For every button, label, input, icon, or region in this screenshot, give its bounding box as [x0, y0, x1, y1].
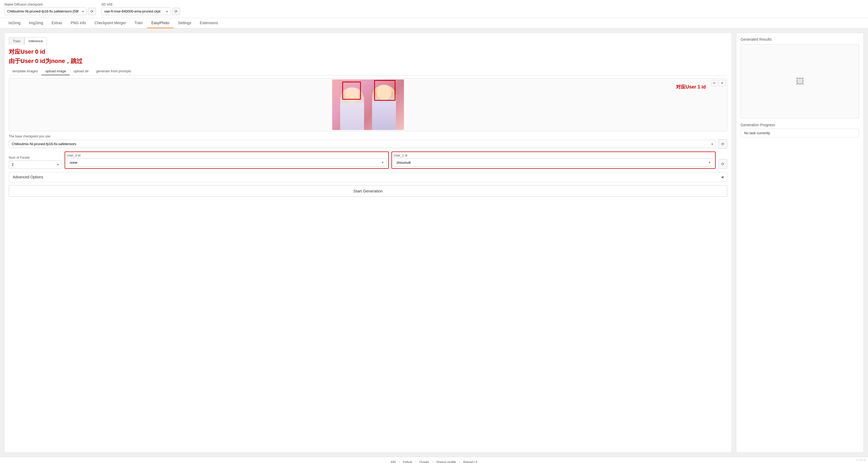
generation-progress-title: Generation Progress: [741, 123, 859, 127]
footer-link-github[interactable]: Github: [403, 460, 412, 463]
photo-background: [332, 79, 404, 130]
advanced-options-section: Advanced Options ◀: [9, 172, 727, 182]
image-placeholder-icon: 🖼: [796, 76, 804, 87]
faceid-row: Num of Faceid 2 1 3 4 User_0 id: [9, 152, 727, 169]
edit-image-btn[interactable]: ✏: [711, 80, 718, 86]
user0-label: User_0 id: [67, 154, 387, 157]
annotation-user1: 对应User 1 id: [676, 84, 706, 90]
num-faceid-label: Num of Faceid: [9, 156, 62, 160]
sub-tab-upload[interactable]: upload image: [41, 67, 70, 75]
footer-links: API • Github • Gradio • Startup profile …: [3, 460, 865, 463]
user1-col: User_1 id zhoumu6 none: [392, 152, 716, 169]
main-content: Train Inference 对应User 0 id 由于User 0 id为…: [0, 28, 868, 457]
tab-img2img[interactable]: img2img: [25, 18, 47, 28]
vae-label: SD VAE: [101, 3, 180, 6]
num-faceid-wrapper: 2 1 3 4: [9, 161, 62, 169]
footer-link-gradio[interactable]: Gradio: [420, 460, 429, 463]
settings-section: The base checkpoint you use. Chilloutmix…: [9, 134, 727, 169]
footer: API • Github • Gradio • Startup profile …: [0, 457, 868, 463]
base-checkpoint-row: The base checkpoint you use. Chilloutmix…: [9, 134, 727, 149]
annotation-user1-area: 对应User 1 id: [676, 84, 706, 90]
inner-tab-train[interactable]: Train: [9, 37, 25, 45]
uploaded-image: [332, 79, 404, 130]
tab-settings[interactable]: Settings: [174, 18, 196, 28]
advanced-options-label: Advanced Options: [13, 175, 43, 179]
num-faceid-select[interactable]: 2 1 3 4: [9, 161, 62, 169]
generated-results-title: Generated Results: [741, 37, 859, 41]
face-box-user1: [374, 80, 396, 101]
vae-row: vae-ft-mse-840000-ema-pruned.ckpt ⟳: [101, 7, 180, 15]
sub-tab-generate-prompts[interactable]: generate from prompts: [93, 67, 135, 75]
vae-dropdown-wrapper: vae-ft-mse-840000-ema-pruned.ckpt: [101, 7, 170, 15]
checkpoint-dropdown-wrapper: Chilloutmix-Ni-pruned-fp16-fix.safetenso…: [4, 7, 86, 15]
image-actions: ✏ ✕: [711, 80, 725, 86]
num-faceid-col: Num of Faceid 2 1 3 4: [9, 156, 62, 169]
sub-tab-template[interactable]: template images: [9, 67, 41, 75]
inner-tab-inference[interactable]: Inference: [25, 37, 47, 45]
checkpoint-label: Stable Diffusion checkpoint: [4, 3, 96, 6]
annotation-user0: 对应User 0 id: [9, 48, 45, 55]
tab-train[interactable]: Train: [130, 18, 147, 28]
vae-refresh-btn[interactable]: ⟳: [172, 8, 180, 15]
user0-wrapper: none user1: [67, 158, 387, 167]
vae-select[interactable]: vae-ft-mse-840000-ema-pruned.ckpt: [101, 7, 170, 15]
face-box-user0: [342, 81, 361, 100]
vae-section: SD VAE vae-ft-mse-840000-ema-pruned.ckpt…: [101, 3, 180, 15]
faceid-refresh-btn[interactable]: ⟳: [718, 159, 727, 169]
advanced-arrow-icon: ◀: [721, 175, 723, 179]
start-generation-btn[interactable]: Start Generation: [9, 185, 727, 197]
tab-extras[interactable]: Extras: [47, 18, 66, 28]
image-upload-area[interactable]: 对应User 1 id ✏ ✕: [9, 78, 727, 131]
tab-easyphoto[interactable]: EasyPhoto: [147, 18, 174, 28]
tab-checkpoint-merger[interactable]: Checkpoint Merger: [90, 18, 130, 28]
left-panel: Train Inference 对应User 0 id 由于User 0 id为…: [4, 33, 732, 453]
checkpoint-section: Stable Diffusion checkpoint Chilloutmix-…: [4, 3, 96, 15]
base-checkpoint-wrapper: Chilloutmix-Ni-pruned-fp16-fix.safetenso…: [9, 140, 716, 148]
progress-text: No task currently: [741, 129, 859, 137]
close-image-btn[interactable]: ✕: [719, 80, 725, 86]
annotation-user0-area: 对应User 0 id: [9, 48, 727, 56]
base-checkpoint-label: The base checkpoint you use.: [9, 134, 727, 138]
base-checkpoint-select[interactable]: Chilloutmix-Ni-pruned-fp16-fix.safetenso…: [9, 140, 716, 148]
sub-tab-upload-dir[interactable]: upload dir: [70, 67, 92, 75]
base-checkpoint-refresh-btn[interactable]: ⟳: [718, 139, 727, 149]
right-panel: Generated Results 🖼 Generation Progress …: [736, 33, 864, 453]
tab-txt2img[interactable]: txt2img: [4, 18, 25, 28]
user1-wrapper: zhoumu6 none: [394, 158, 713, 167]
user0-select[interactable]: none user1: [67, 158, 387, 167]
sub-tabs: template images upload image upload dir …: [9, 67, 727, 75]
tab-extensions[interactable]: Extensions: [195, 18, 222, 28]
annotation-skip: 由于User 0 id为none，跳过: [9, 58, 83, 64]
checkpoint-select[interactable]: Chilloutmix-Ni-pruned-fp16-fix.safetenso…: [4, 7, 86, 15]
top-bar: Stable Diffusion checkpoint Chilloutmix-…: [0, 0, 868, 18]
checkpoint-refresh-btn[interactable]: ⟳: [88, 8, 96, 15]
generated-image-area: 🖼: [741, 44, 859, 119]
user1-label: User_1 id: [394, 154, 713, 157]
user1-select[interactable]: zhoumu6 none: [394, 158, 713, 167]
nav-tabs: txt2img img2img Extras PNG Info Checkpoi…: [0, 18, 868, 28]
footer-link-startup[interactable]: Startup profile: [436, 460, 456, 463]
inner-tabs: Train Inference: [9, 37, 727, 45]
annotation-skip-area: 由于User 0 id为none，跳过: [9, 57, 727, 65]
watermark: ©小红书: [856, 458, 866, 462]
tab-png-info[interactable]: PNG Info: [66, 18, 90, 28]
checkpoint-row: Chilloutmix-Ni-pruned-fp16-fix.safetenso…: [4, 7, 96, 15]
footer-link-reload[interactable]: Reload UI: [463, 460, 477, 463]
footer-link-api[interactable]: API: [391, 460, 396, 463]
user0-col: User_0 id none user1: [65, 152, 389, 169]
advanced-options-header[interactable]: Advanced Options ◀: [9, 172, 727, 182]
